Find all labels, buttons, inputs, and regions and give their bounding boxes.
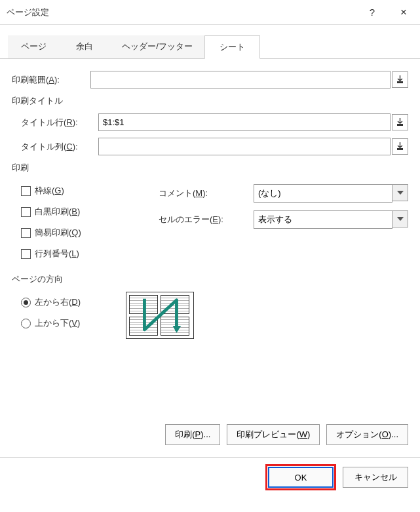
tab-bar: ページ 余白 ヘッダー/フッター シート — [0, 25, 420, 59]
errors-value: 表示する — [258, 214, 292, 226]
help-button[interactable]: ? — [357, 0, 387, 25]
gridlines-label: 枠線(G) — [35, 185, 64, 197]
print-range-label: 印刷範囲(A): — [12, 74, 90, 86]
sheet-mini-icon — [129, 295, 158, 314]
errors-combobox[interactable]: 表示する — [254, 210, 392, 229]
comments-label: コメント(M): — [159, 187, 254, 199]
tab-page[interactable]: ページ — [8, 35, 59, 58]
print-titles-group-label: 印刷タイトル — [12, 95, 408, 107]
collapse-icon — [396, 75, 404, 84]
tab-margin[interactable]: 余白 — [59, 35, 110, 58]
cancel-button[interactable]: キャンセル — [343, 467, 408, 488]
print-range-input[interactable] — [90, 71, 391, 89]
title-row-label: タイトル行(R): — [21, 117, 98, 128]
top-to-bottom-label: 上から下(V) — [35, 317, 80, 329]
left-to-right-radio[interactable] — [21, 298, 31, 307]
comments-combobox[interactable]: (なし) — [254, 184, 392, 203]
print-preview-button[interactable]: 印刷プレビュー(W) — [227, 424, 320, 445]
close-button[interactable]: × — [387, 0, 420, 25]
chevron-down-icon — [397, 191, 404, 195]
rowcol-headings-label: 行列番号(L) — [35, 248, 79, 260]
sheet-mini-icon — [161, 295, 189, 314]
svg-rect-1 — [397, 124, 403, 126]
direction-preview — [126, 292, 194, 339]
title-row-input[interactable] — [98, 113, 391, 131]
titlebar: ページ設定 ? × — [0, 0, 420, 25]
collapse-icon — [396, 118, 404, 127]
title-col-label: タイトル列(C): — [21, 141, 98, 153]
ok-button[interactable]: OK — [268, 467, 334, 488]
print-group-label: 印刷 — [12, 162, 408, 174]
comments-value: (なし) — [258, 187, 281, 199]
rowcol-headings-checkbox[interactable] — [21, 249, 31, 259]
collapse-title-col-button[interactable] — [392, 138, 408, 155]
title-col-input[interactable] — [98, 138, 391, 155]
direction-group-label: ページの方向 — [12, 273, 408, 285]
errors-label: セルのエラー(E): — [159, 214, 254, 226]
blackwhite-checkbox[interactable] — [21, 207, 31, 217]
collapse-icon — [396, 142, 404, 151]
chevron-down-icon — [397, 217, 404, 221]
print-button[interactable]: 印刷(P)... — [165, 424, 220, 445]
comments-drop-button[interactable] — [392, 184, 408, 201]
top-to-bottom-radio[interactable] — [21, 319, 31, 328]
draft-checkbox[interactable] — [21, 228, 31, 238]
collapse-title-row-button[interactable] — [392, 114, 408, 130]
svg-rect-0 — [397, 81, 403, 83]
blackwhite-label: 白黒印刷(B) — [35, 206, 80, 218]
left-to-right-label: 左から右(D) — [35, 296, 81, 308]
dialog-title: ページ設定 — [7, 7, 357, 18]
options-button[interactable]: オプション(O)... — [326, 424, 408, 445]
gridlines-checkbox[interactable] — [21, 186, 31, 196]
sheet-mini-icon — [161, 317, 189, 336]
collapse-range-button[interactable] — [392, 71, 408, 88]
sheet-mini-icon — [129, 317, 158, 336]
draft-label: 簡易印刷(Q) — [35, 227, 81, 239]
tab-sheet[interactable]: シート — [204, 35, 260, 59]
svg-rect-2 — [397, 148, 403, 150]
errors-drop-button[interactable] — [392, 210, 408, 227]
tab-headerfooter[interactable]: ヘッダー/フッター — [110, 35, 204, 58]
